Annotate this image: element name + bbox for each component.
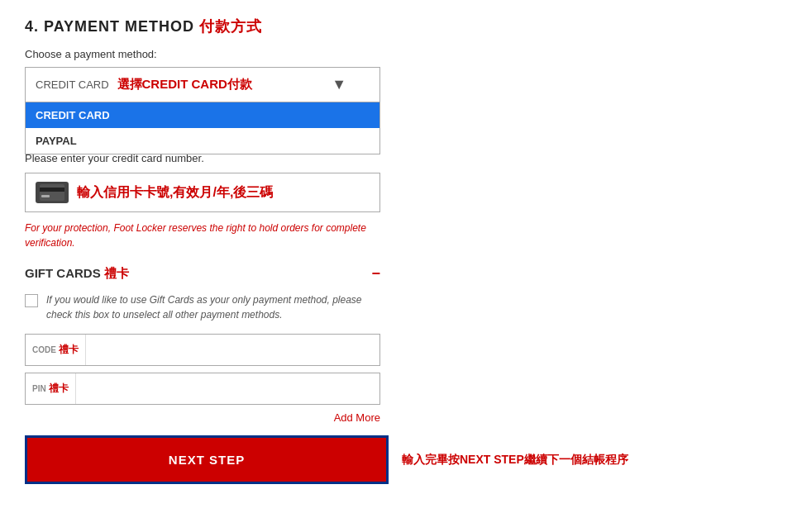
page-title: 4. PAYMENT METHOD 付款方式 — [25, 17, 772, 36]
protection-text: For your protection, Foot Locker reserve… — [25, 221, 380, 250]
gift-cards-title-en: GIFT CARDS — [25, 266, 101, 280]
code-label-en: CODE — [32, 345, 56, 354]
dropdown-option-paypal[interactable]: PAYPAL — [26, 128, 379, 154]
pin-prefix-label: PIN 禮卡 — [26, 373, 76, 404]
dropdown-menu: CREDIT CARD PAYPAL — [25, 102, 380, 154]
gift-card-pin-input[interactable] — [76, 374, 379, 403]
title-chinese: 付款方式 — [199, 18, 262, 35]
gift-card-code-input[interactable] — [86, 335, 379, 364]
dropdown-arrow-icon: ▼ — [332, 76, 346, 93]
add-more-link[interactable]: Add More — [334, 411, 380, 424]
title-main: PAYMENT METHOD — [44, 18, 194, 35]
next-step-section: NEXT STEP 輸入完畢按NEXT STEP繼續下一個結帳程序 — [25, 435, 772, 484]
credit-card-icon — [36, 182, 69, 203]
next-step-button[interactable]: NEXT STEP — [25, 435, 389, 484]
dropdown-prefix-label: CREDIT CARD — [36, 78, 109, 91]
credit-card-input-box[interactable]: 輸入信用卡卡號,有效月/年,後三碼 — [25, 173, 380, 212]
svg-rect-1 — [40, 188, 64, 192]
pin-label-en: PIN — [32, 384, 46, 393]
payment-method-dropdown[interactable]: CREDIT CARD 選擇CREDIT CARD付款 ▼ — [25, 67, 380, 102]
gift-card-checkbox-row: If you would like to use Gift Cards as y… — [25, 292, 380, 322]
gift-cards-title-cn: 禮卡 — [104, 266, 129, 280]
title-number: 4. — [25, 18, 39, 35]
code-label-cn: 禮卡 — [59, 343, 79, 357]
svg-rect-0 — [40, 184, 64, 201]
gift-cards-header: GIFT CARDS 禮卡 − — [25, 265, 380, 283]
gift-card-only-checkbox[interactable] — [25, 294, 38, 307]
dropdown-selected-label: 選擇CREDIT CARD付款 — [117, 77, 252, 91]
gift-cards-title: GIFT CARDS 禮卡 — [25, 266, 129, 282]
code-prefix-label: CODE 禮卡 — [26, 335, 86, 365]
cc-input-placeholder-text: 輸入信用卡卡號,有效月/年,後三碼 — [77, 184, 273, 202]
choose-label: Choose a payment method: — [25, 48, 772, 60]
dropdown-option-creditcard[interactable]: CREDIT CARD — [26, 102, 379, 128]
pin-label-cn: 禮卡 — [49, 382, 69, 396]
gift-card-code-wrapper: CODE 禮卡 — [25, 334, 380, 366]
gift-cards-collapse-icon[interactable]: − — [371, 265, 380, 283]
svg-rect-2 — [41, 195, 50, 197]
gift-card-checkbox-label: If you would like to use Gift Cards as y… — [46, 292, 380, 322]
add-more-row: Add More — [25, 411, 380, 424]
payment-method-dropdown-wrapper: CREDIT CARD 選擇CREDIT CARD付款 ▼ CREDIT CAR… — [25, 67, 380, 102]
next-step-note: 輸入完畢按NEXT STEP繼續下一個結帳程序 — [402, 453, 628, 468]
gift-card-pin-wrapper: PIN 禮卡 — [25, 373, 380, 405]
